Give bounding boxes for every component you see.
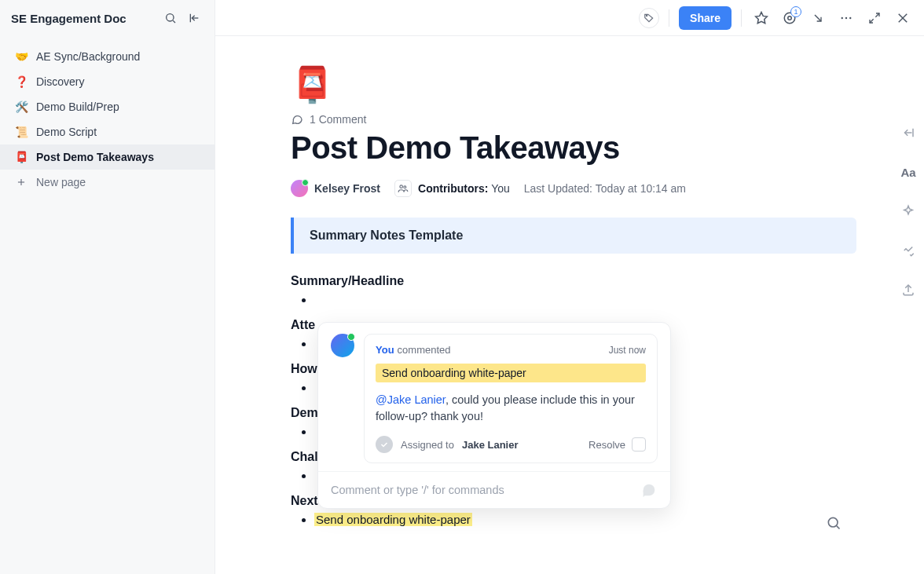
comment-verb: commented bbox=[398, 344, 451, 356]
sidebar-item-demo-build[interactable]: 🛠️ Demo Build/Prep bbox=[0, 94, 214, 119]
assignment-row: Assigned to Jake Lanier Resolve bbox=[376, 436, 646, 453]
sidebar-header: SE Engagement Doc bbox=[0, 0, 214, 36]
svg-line-1 bbox=[173, 20, 175, 23]
comment-input-row bbox=[318, 471, 670, 508]
sidebar-item-label: Demo Build/Prep bbox=[36, 101, 119, 113]
comment-header: You commented Just now bbox=[376, 344, 646, 356]
comment-icon bbox=[291, 113, 303, 126]
updated-value: Today at 10:14 am bbox=[596, 182, 686, 195]
last-updated: Last Updated: Today at 10:14 am bbox=[524, 182, 686, 195]
tags-icon[interactable] bbox=[639, 8, 659, 28]
svg-point-13 bbox=[849, 16, 851, 18]
sidebar-item-label: Demo Script bbox=[36, 126, 97, 138]
divider bbox=[669, 9, 669, 27]
list-item[interactable] bbox=[314, 293, 856, 307]
download-icon[interactable] bbox=[808, 8, 828, 28]
comment-count-row[interactable]: 1 Comment bbox=[291, 113, 856, 126]
comment-popover: You commented Just now Send onboarding w… bbox=[317, 322, 671, 509]
section-heading[interactable]: Summary/Headline bbox=[291, 274, 856, 288]
plus-icon bbox=[14, 175, 28, 189]
svg-point-0 bbox=[167, 14, 174, 21]
favorite-icon[interactable] bbox=[751, 8, 772, 28]
resolve-button[interactable]: Resolve bbox=[588, 437, 646, 452]
contributors-value: You bbox=[491, 182, 510, 195]
sidebar-nav: 🤝 AE Sync/Background ❓ Discovery 🛠️ Demo… bbox=[0, 36, 214, 195]
callout-block[interactable]: Summary Notes Template bbox=[291, 218, 856, 254]
sidebar-item-demo-script[interactable]: 📜 Demo Script bbox=[0, 119, 214, 144]
mailbox-icon: 📮 bbox=[291, 68, 334, 102]
doc-workspace-title: SE Engagement Doc bbox=[11, 12, 161, 25]
assigned-label: Assigned to bbox=[401, 439, 454, 451]
popover-body: You commented Just now Send onboarding w… bbox=[318, 323, 670, 471]
mention[interactable]: @Jake Lanier bbox=[376, 393, 446, 406]
quoted-text: Send onboarding white-paper bbox=[376, 364, 646, 382]
comment-count-label: 1 Comment bbox=[310, 113, 366, 126]
expand-icon[interactable] bbox=[864, 8, 885, 28]
search-icon[interactable] bbox=[161, 9, 180, 27]
comment-time: Just now bbox=[609, 345, 646, 356]
page-search-icon[interactable] bbox=[822, 511, 845, 535]
svg-line-14 bbox=[875, 13, 879, 17]
new-page-label: New page bbox=[36, 176, 86, 188]
contributors-chip[interactable]: Contributors: You bbox=[394, 180, 510, 197]
svg-line-10 bbox=[815, 15, 821, 21]
avatar bbox=[291, 180, 308, 197]
avatar bbox=[331, 334, 354, 357]
notification-badge: 1 bbox=[790, 6, 801, 17]
sidebar-item-label: AE Sync/Background bbox=[36, 50, 140, 63]
resolve-label: Resolve bbox=[588, 439, 625, 451]
svg-point-12 bbox=[845, 16, 847, 18]
new-page-button[interactable]: New page bbox=[0, 170, 214, 195]
contributors-label: Contributors: bbox=[418, 182, 488, 195]
sidebar-item-discovery[interactable]: ❓ Discovery bbox=[0, 69, 214, 94]
upload-icon[interactable] bbox=[898, 280, 918, 300]
people-icon bbox=[394, 180, 412, 197]
resolve-checkbox[interactable] bbox=[632, 437, 646, 452]
indent-icon[interactable] bbox=[898, 122, 918, 143]
author-name: Kelsey Frost bbox=[314, 182, 380, 195]
send-icon[interactable] bbox=[640, 481, 658, 499]
updated-label: Last Updated: bbox=[524, 182, 592, 195]
page-title[interactable]: Post Demo Takeaways bbox=[291, 130, 856, 166]
svg-line-15 bbox=[870, 19, 874, 23]
notifications-icon[interactable]: 1 bbox=[779, 8, 800, 28]
sidebar-item-ae-sync[interactable]: 🤝 AE Sync/Background bbox=[0, 44, 214, 69]
divider bbox=[741, 9, 742, 27]
sidebar-item-post-demo[interactable]: 📮 Post Demo Takeaways bbox=[0, 144, 214, 170]
tools-icon: 🛠️ bbox=[14, 101, 28, 113]
settings-spark-icon[interactable] bbox=[898, 240, 918, 261]
share-button[interactable]: Share bbox=[679, 6, 732, 30]
assigned-name: Jake Lanier bbox=[462, 439, 519, 451]
highlighted-text: Send onboarding white-paper bbox=[314, 513, 472, 526]
more-icon[interactable] bbox=[836, 8, 856, 28]
topbar: Share 1 bbox=[215, 0, 924, 36]
sidebar-item-label: Discovery bbox=[36, 75, 84, 88]
page-emoji[interactable]: 📮 bbox=[291, 68, 856, 102]
comment-input[interactable] bbox=[331, 484, 640, 496]
author-chip[interactable]: Kelsey Frost bbox=[291, 180, 380, 197]
collapse-sidebar-icon[interactable] bbox=[185, 9, 204, 27]
svg-point-11 bbox=[842, 16, 843, 18]
right-rail: Aa bbox=[893, 36, 924, 574]
question-icon: ❓ bbox=[14, 75, 28, 88]
svg-line-24 bbox=[837, 526, 840, 529]
meta-row: Kelsey Frost Contributors: You Last Upda… bbox=[291, 180, 856, 197]
handshake-icon: 🤝 bbox=[14, 50, 28, 63]
svg-point-6 bbox=[646, 15, 647, 16]
ai-icon[interactable] bbox=[898, 201, 918, 221]
comment-author: You bbox=[376, 344, 394, 356]
mailbox-icon: 📮 bbox=[14, 151, 28, 163]
check-circle-icon[interactable] bbox=[376, 436, 393, 453]
sidebar: SE Engagement Doc 🤝 AE Sync/Background ❓… bbox=[0, 0, 215, 574]
scroll-icon: 📜 bbox=[14, 126, 28, 138]
svg-point-21 bbox=[400, 185, 403, 188]
svg-marker-7 bbox=[756, 12, 768, 23]
svg-point-22 bbox=[404, 186, 406, 188]
text-style-icon[interactable]: Aa bbox=[898, 162, 918, 182]
list-item[interactable]: Send onboarding white-paper bbox=[314, 513, 856, 527]
svg-point-9 bbox=[788, 16, 792, 20]
close-icon[interactable] bbox=[893, 8, 913, 28]
svg-point-23 bbox=[828, 517, 838, 527]
comment-message: @Jake Lanier, could you please include t… bbox=[376, 392, 646, 425]
sidebar-item-label: Post Demo Takeaways bbox=[36, 151, 154, 163]
